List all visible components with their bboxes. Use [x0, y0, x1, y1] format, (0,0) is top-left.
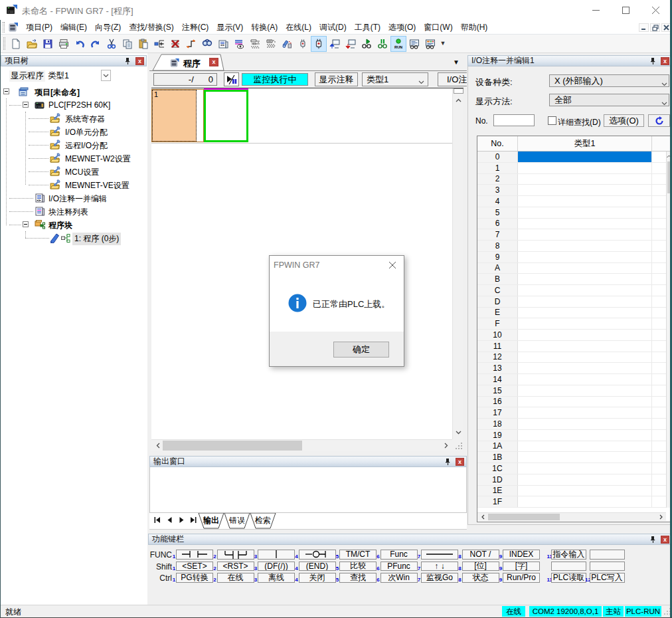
fkey-Shift-2[interactable]: <RST>	[217, 562, 254, 571]
fkey-Ctrl-4[interactable]: 关闭	[299, 573, 336, 583]
info-icon	[288, 294, 307, 312]
dialog-message: 已正常由PLC上载。	[313, 298, 390, 310]
fkey-Shift-8[interactable]: [位]	[462, 562, 499, 571]
fkey-Ctrl-5[interactable]: 查找	[339, 573, 377, 583]
fkey-FUNC-7[interactable]	[421, 550, 458, 560]
fkey-Shift-6[interactable]: PFunc	[380, 562, 418, 571]
fkey-FUNC-1[interactable]	[176, 550, 213, 560]
fkey-Ctrl-9[interactable]: Run/Pro	[503, 573, 540, 583]
fkey-FUNC-6[interactable]: Func	[380, 550, 418, 560]
fkey-Ctrl-11[interactable]: PLC写入	[590, 573, 625, 583]
fkey-FUNC-10[interactable]: 指令输入	[551, 550, 586, 560]
status-com-port: COM2 19200,8,O,1	[529, 606, 602, 617]
status-ready: 就绪	[5, 607, 21, 618]
status-master-station: 主站	[603, 606, 624, 617]
fkey-Shift-3[interactable]: (DF(/))	[258, 562, 295, 571]
message-dialog: FPWIN GR7 已正常由PLC上载。 确定	[269, 255, 404, 367]
ok-button[interactable]: 确定	[333, 342, 389, 358]
fkey-FUNC-9[interactable]: INDEX	[503, 550, 540, 560]
status-plc-run: PLC-RUN	[625, 606, 661, 617]
fkey-Shift-4[interactable]: (END)	[299, 562, 336, 571]
fkey-Ctrl-2[interactable]: 在线	[217, 573, 254, 583]
fkey-FUNC-4[interactable]	[299, 550, 336, 560]
fkey-FUNC-2[interactable]	[217, 550, 254, 560]
dialog-title: FPWIN GR7	[274, 260, 319, 270]
fkey-Shift-7[interactable]: ↑ ↓	[421, 562, 458, 571]
fkey-FUNC-3[interactable]	[258, 550, 295, 560]
fkey-Ctrl-7[interactable]: 监视Go	[421, 573, 458, 583]
fkey-Shift-11[interactable]	[590, 562, 625, 571]
fkey-Ctrl-3[interactable]: 离线	[258, 573, 295, 583]
fkey-Ctrl-1[interactable]: PG转换	[176, 573, 213, 583]
dialog-footer: 确定	[270, 332, 404, 366]
fkey-Shift-9[interactable]: [字]	[503, 562, 540, 571]
fkey-Ctrl-8[interactable]: 状态	[462, 573, 499, 583]
fkey-FUNC-5[interactable]: TM/CT	[339, 550, 377, 560]
fkey-Shift-1[interactable]: <SET>	[176, 562, 213, 571]
status-online: 在线	[502, 606, 525, 617]
fkey-FUNC-8[interactable]: NOT /	[462, 550, 499, 560]
fkey-Ctrl-6[interactable]: 次Win	[380, 573, 418, 583]
desktop-edge	[0, 20, 1, 618]
fkey-Shift-10[interactable]	[551, 562, 586, 571]
fkey-FUNC-11[interactable]	[590, 550, 625, 560]
fkey-rowlabel-FUNC: FUNC	[139, 550, 172, 560]
fkey-Shift-5[interactable]: 比较	[339, 562, 377, 571]
fkey-rowlabel-Ctrl: Ctrl	[139, 573, 172, 583]
dialog-close-button[interactable]	[386, 259, 398, 271]
fkey-rowlabel-Shift: Shift	[139, 562, 172, 571]
fkey-Ctrl-10[interactable]: PLC读取	[551, 573, 586, 583]
